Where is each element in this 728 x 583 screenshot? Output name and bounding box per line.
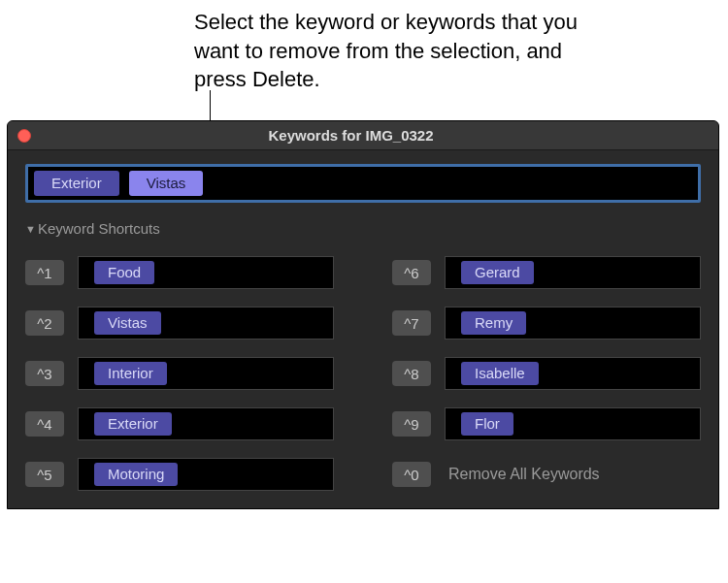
keyword-token[interactable]: Motoring — [94, 463, 178, 486]
disclosure-triangle-icon: ▼ — [25, 223, 36, 235]
window-content: Exterior Vistas ▼ Keyword Shortcuts ^1 F… — [8, 150, 718, 508]
window-title: Keywords for IMG_0322 — [8, 127, 694, 144]
close-icon[interactable] — [17, 129, 31, 143]
shortcut-row: ^6 Gerard — [392, 256, 701, 289]
shortcut-slot[interactable]: Vistas — [78, 307, 334, 340]
shortcut-key[interactable]: ^9 — [392, 411, 431, 437]
shortcut-row: ^5 Motoring — [25, 458, 334, 491]
remove-all-label[interactable]: Remove All Keywords — [445, 466, 701, 483]
keyword-token[interactable]: Interior — [94, 362, 167, 385]
shortcut-key[interactable]: ^8 — [392, 361, 431, 386]
shortcut-row: ^1 Food — [25, 256, 334, 289]
keyword-token[interactable]: Gerard — [461, 261, 534, 284]
shortcut-key[interactable]: ^7 — [392, 310, 431, 336]
shortcut-key[interactable]: ^1 — [25, 260, 64, 285]
titlebar[interactable]: Keywords for IMG_0322 — [8, 121, 718, 150]
shortcuts-grid: ^1 Food ^6 Gerard ^2 Vistas ^7 — [25, 256, 701, 491]
shortcut-row: ^7 Remy — [392, 307, 701, 340]
shortcut-slot[interactable]: Remy — [445, 307, 701, 340]
keywords-window: Keywords for IMG_0322 Exterior Vistas ▼ … — [7, 120, 719, 509]
keyword-token[interactable]: Remy — [461, 311, 526, 335]
shortcut-slot[interactable]: Exterior — [78, 407, 334, 440]
shortcut-key[interactable]: ^4 — [25, 411, 64, 437]
section-label: Keyword Shortcuts — [38, 220, 160, 237]
shortcuts-disclosure[interactable]: ▼ Keyword Shortcuts — [25, 220, 701, 237]
shortcut-key[interactable]: ^3 — [25, 361, 64, 386]
keyword-token[interactable]: Food — [94, 261, 154, 284]
keyword-token[interactable]: Flor — [461, 412, 513, 436]
keyword-token[interactable]: Exterior — [94, 412, 172, 436]
shortcut-slot[interactable]: Motoring — [78, 458, 334, 491]
shortcut-key[interactable]: ^2 — [25, 310, 64, 336]
shortcut-row: ^8 Isabelle — [392, 357, 701, 390]
keyword-input[interactable]: Exterior Vistas — [25, 164, 701, 203]
shortcut-key[interactable]: ^5 — [25, 462, 64, 487]
shortcut-slot[interactable]: Interior — [78, 357, 334, 390]
shortcut-row-remove-all: ^0 Remove All Keywords — [392, 458, 701, 491]
keyword-token-selected[interactable]: Vistas — [129, 171, 204, 196]
shortcut-slot[interactable]: Food — [78, 256, 334, 289]
keyword-token[interactable]: Isabelle — [461, 362, 539, 385]
shortcut-row: ^2 Vistas — [25, 307, 334, 340]
shortcut-slot[interactable]: Isabelle — [445, 357, 701, 390]
keyword-token[interactable]: Vistas — [94, 311, 161, 335]
shortcut-row: ^9 Flor — [392, 407, 701, 440]
shortcut-row: ^4 Exterior — [25, 407, 334, 440]
instruction-callout: Select the keyword or keywords that you … — [194, 8, 582, 94]
shortcut-row: ^3 Interior — [25, 357, 334, 390]
shortcut-slot[interactable]: Flor — [445, 407, 701, 440]
shortcut-key[interactable]: ^0 — [392, 462, 431, 487]
shortcut-key[interactable]: ^6 — [392, 260, 431, 285]
keyword-token[interactable]: Exterior — [34, 171, 119, 196]
shortcut-slot[interactable]: Gerard — [445, 256, 701, 289]
